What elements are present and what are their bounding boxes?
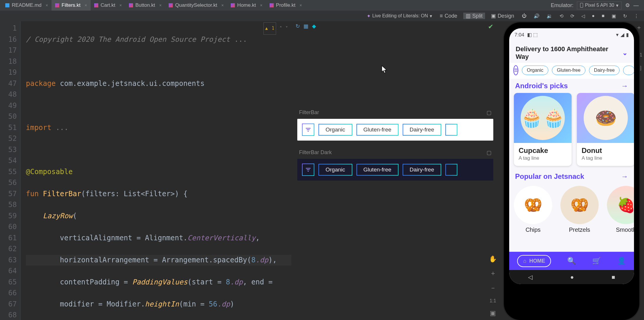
chevron-down-icon: ▾ [616, 3, 618, 8]
back-icon[interactable]: ◁ [580, 13, 587, 19]
settings-icon[interactable]: ⚙ [625, 2, 630, 9]
donut-image: 🍩 [584, 96, 628, 140]
close-icon[interactable]: × [46, 3, 48, 8]
code-editor[interactable]: / Copyright 2020 The Android Open Source… [21, 21, 291, 320]
design-icon: ▣ [491, 13, 496, 19]
tab-profile[interactable]: Profile.kt× [266, 0, 306, 11]
more-icon[interactable]: ⋮ [632, 13, 640, 19]
snack-card[interactable]: 🍩 DonutA tag line [577, 93, 634, 166]
tab-quantity[interactable]: QuantitySelector.kt× [165, 0, 227, 11]
markdown-icon [5, 3, 9, 7]
tab-button[interactable]: Button.kt× [125, 0, 165, 11]
device-frame-icon[interactable]: ▢ [487, 149, 492, 156]
filter-icon[interactable] [302, 124, 314, 136]
nav-search[interactable]: 🔍 [567, 257, 576, 265]
close-icon[interactable]: × [159, 3, 162, 8]
close-icon[interactable]: × [260, 3, 262, 8]
view-code-button[interactable]: ≡Code [437, 13, 460, 19]
live-edit-toggle[interactable]: ✦Live Editing of Literals: ON ▾ [365, 13, 434, 19]
volume-up-icon[interactable]: 🔊 [532, 13, 541, 19]
status-bar: 7:04 ◧ ⬚ ▾◢▮ [509, 28, 634, 41]
phone-screen[interactable]: 7:04 ◧ ⬚ ▾◢▮ Delivery to 1600 Amphitheat… [509, 28, 634, 284]
arrow-right-icon[interactable]: → [621, 82, 628, 90]
pan-icon[interactable]: ✋ [489, 255, 497, 263]
filter-chip[interactable]: Dairy-free [403, 164, 441, 176]
filter-chip[interactable]: Dairy-free [589, 66, 620, 75]
reload-icon[interactable]: ↻ [621, 13, 629, 19]
tab-cart[interactable]: Cart.kt× [91, 0, 125, 11]
close-icon[interactable]: × [221, 3, 224, 8]
nav-cart[interactable]: 🛒 [592, 257, 601, 265]
kotlin-icon [94, 3, 98, 7]
editor-tab-bar: README.md× Filters.kt× Cart.kt× Button.k… [0, 0, 644, 11]
kotlin-icon [169, 3, 173, 7]
snack-card[interactable]: 🧁🧁 CupcakeA tag line [514, 93, 572, 166]
close-icon[interactable]: × [85, 3, 87, 8]
check-icon: ✔ [488, 23, 493, 30]
zoom-out-icon[interactable]: － [490, 284, 496, 292]
warning-badge[interactable]: ▲ 1 [263, 22, 276, 35]
zoom-ratio[interactable]: 1:1 [489, 298, 496, 304]
deploy-icon[interactable]: ▦ [303, 23, 308, 29]
phone-icon [580, 3, 583, 8]
kotlin-icon [231, 3, 235, 7]
home-icon[interactable]: ● [590, 13, 597, 19]
filter-icon[interactable] [302, 164, 314, 176]
wand-icon: ✦ [367, 13, 371, 19]
filter-chip[interactable]: Organic [318, 124, 352, 136]
home-icon[interactable]: ● [570, 274, 574, 281]
close-icon[interactable]: × [300, 3, 302, 8]
tab-readme[interactable]: README.md× [2, 0, 52, 11]
chevron-down-icon[interactable]: ˅ [286, 23, 288, 34]
filterbar-preview-light: Organic Gluten-free Dairy-free [297, 119, 493, 141]
chevron-up-icon[interactable]: ˄ [280, 23, 282, 34]
device-frame-icon[interactable]: ▢ [487, 109, 492, 116]
snack-round[interactable]: 🥨Chips [514, 186, 552, 233]
filterbar-preview-dark: Organic Gluten-free Dairy-free [297, 159, 493, 181]
filter-chip[interactable]: Gluten-free [552, 66, 585, 75]
refresh-icon[interactable]: ↻ [296, 23, 300, 29]
filter-chip[interactable] [445, 164, 457, 176]
minimize-icon[interactable]: — [633, 2, 639, 9]
close-icon[interactable]: × [119, 3, 122, 8]
device-selector[interactable]: Pixel 5 API 30▾ [577, 1, 622, 9]
filter-chip[interactable]: Dairy-free [403, 124, 441, 136]
snack-round[interactable]: 🍓Smooth [607, 186, 634, 233]
layers-icon[interactable]: ◆ [312, 23, 316, 29]
filter-chip[interactable] [445, 124, 457, 136]
view-split-button[interactable]: ▥Split [463, 13, 485, 19]
power-icon[interactable]: ⏻ [520, 13, 528, 19]
back-icon[interactable]: ◁ [528, 274, 532, 281]
smoothie-image: 🍓 [607, 186, 634, 224]
rotate-right-icon[interactable]: ⟳ [569, 13, 576, 19]
tab-filters[interactable]: Filters.kt× [52, 0, 90, 11]
nav-profile[interactable]: 👤 [617, 257, 626, 265]
battery-icon: ▮ [626, 32, 629, 38]
arrow-right-icon[interactable]: → [621, 172, 628, 181]
filter-chip[interactable]: Organic [318, 164, 352, 176]
section-title: Android's picks [515, 82, 568, 90]
zoom-in-icon[interactable]: ＋ [490, 269, 496, 278]
volume-down-icon[interactable]: 🔉 [545, 13, 554, 19]
nav-home[interactable]: ⌂HOME [517, 255, 551, 267]
overview-icon[interactable]: ■ [600, 13, 606, 19]
fit-icon[interactable]: ▣ [490, 309, 496, 317]
wifi-icon: ▾ [616, 32, 619, 38]
filter-chip[interactable]: Organic [522, 66, 548, 75]
snack-round[interactable]: 🥨Pretzels [560, 186, 599, 233]
chevron-down-icon[interactable]: ⌄ [622, 49, 628, 57]
kotlin-icon [270, 3, 274, 7]
delivery-address[interactable]: Delivery to 1600 Amphitheater Way [516, 45, 622, 61]
rotate-left-icon[interactable]: ⟲ [558, 13, 565, 19]
overview-icon[interactable]: ■ [612, 274, 615, 281]
view-design-button[interactable]: ▣Design [489, 13, 517, 19]
screenshot-icon[interactable]: ▣ [610, 13, 618, 19]
filter-chip[interactable]: Gluten-free [356, 164, 399, 176]
section-title: Popular on Jetsnack [515, 172, 584, 181]
code-icon: ≡ [440, 13, 443, 19]
android-nav-bar: ◁ ● ■ [509, 270, 634, 284]
tab-home[interactable]: Home.kt× [227, 0, 266, 11]
filter-chip[interactable] [623, 66, 634, 75]
filter-chip[interactable]: Gluten-free [356, 124, 399, 136]
filter-icon[interactable]: ☰ [513, 65, 518, 75]
